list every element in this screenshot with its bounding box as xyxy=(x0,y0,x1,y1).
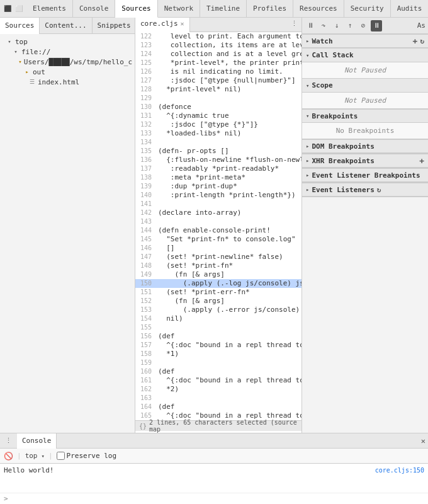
callstack-section-header[interactable]: ▾ Call Stack xyxy=(302,49,428,62)
pause-resume-button[interactable]: ⏸ xyxy=(305,20,316,32)
tree-item-out[interactable]: ▸ out xyxy=(0,67,135,77)
tree-item-users[interactable]: ▾ Users/█████/ws/tmp/hello_c xyxy=(0,57,135,67)
console-message-text: Hello world! xyxy=(4,466,375,474)
code-line: 133 *loaded-libs* nil) xyxy=(135,129,301,138)
watch-section: ▸ Watch + ↻ xyxy=(302,34,428,49)
breakpoints-section: ▾ Breakpoints No Breakpoints xyxy=(302,109,428,139)
event-listener-breakpoints-header[interactable]: ▸ Event Listener Breakpoints xyxy=(302,168,428,182)
line-content: (fn [& args] xyxy=(155,297,301,306)
event-listeners-refresh-icon[interactable]: ↻ xyxy=(377,186,381,194)
line-content: *print-level* nil) xyxy=(155,85,301,94)
console-tab[interactable]: Console xyxy=(17,433,57,449)
line-content: [] xyxy=(155,244,301,253)
line-number: 142 xyxy=(135,209,155,217)
tab-sources[interactable]: Sources xyxy=(115,0,157,18)
watch-add-icon[interactable]: + xyxy=(413,37,418,46)
console-toolbar: 🚫 | top ▾ | Preserve log xyxy=(0,449,428,464)
tab-security[interactable]: Security xyxy=(344,0,391,18)
code-line: 152 (fn [& args] xyxy=(135,297,301,306)
console-filter-chevron-icon[interactable]: ▾ xyxy=(42,453,45,459)
xhr-breakpoints-header[interactable]: ▸ XHR Breakpoints + xyxy=(302,154,428,168)
code-line: 143 xyxy=(135,217,301,226)
line-number: 149 xyxy=(135,270,155,279)
undock-icon[interactable]: ⬜ xyxy=(14,4,24,14)
code-line: 123 collection, its items are at level xyxy=(135,41,301,50)
console-close-icon[interactable]: ✕ xyxy=(421,437,425,445)
breakpoints-section-header[interactable]: ▾ Breakpoints xyxy=(302,109,428,123)
line-content: (def xyxy=(155,403,301,411)
code-line: 149 (fn [& args] xyxy=(135,270,301,279)
tab-network[interactable]: Network xyxy=(158,0,200,18)
line-number: 152 xyxy=(135,297,155,306)
line-number: 140 xyxy=(135,191,155,200)
tab-profiles[interactable]: Profiles xyxy=(247,0,293,18)
code-line: 158 *1) xyxy=(135,350,301,358)
pause-on-exceptions-button[interactable]: ⏸ xyxy=(371,20,382,32)
line-number: 147 xyxy=(135,253,155,261)
sidebar-tab-sources[interactable]: Sources xyxy=(0,18,40,34)
code-tab-core-cljs[interactable]: core.cljs ✕ xyxy=(135,18,190,32)
line-number: 151 xyxy=(135,288,155,297)
line-content: {:flush-on-newline *flush-on-newli xyxy=(155,156,301,164)
dom-breakpoints-header[interactable]: ▸ DOM Breakpoints xyxy=(302,139,428,153)
xhr-breakpoints-section: ▸ XHR Breakpoints + xyxy=(302,154,428,168)
code-tab-label: core.cljs xyxy=(140,20,178,28)
line-content: is nil indicating no limit. xyxy=(155,67,301,76)
right-panel: ⏸ ↷ ↓ ↑ ⊘ ⏸ As ▸ Watch + ↻ ▾ Call Stack … xyxy=(302,18,428,433)
line-content: (set! *print-fn* xyxy=(155,261,301,270)
watch-refresh-icon[interactable]: ↻ xyxy=(420,37,424,45)
line-content: ^{:doc "bound in a repl thread to xyxy=(155,341,301,350)
console-filter-dropdown[interactable]: top xyxy=(25,452,38,460)
console-source-link[interactable]: core.cljs:150 xyxy=(375,467,424,474)
console-drag-icon[interactable]: ⋮ xyxy=(3,437,14,445)
chevron-icon: ▾ xyxy=(306,113,309,119)
step-into-button[interactable]: ↓ xyxy=(331,20,342,32)
line-content: *print-level*, the printer prints xyxy=(155,59,301,67)
console-clear-icon[interactable]: 🚫 xyxy=(4,452,13,461)
line-number: 137 xyxy=(135,164,155,173)
debug-toolbar: ⏸ ↷ ↓ ↑ ⊘ ⏸ As xyxy=(302,18,428,34)
line-number: 158 xyxy=(135,350,155,358)
event-listeners-header[interactable]: ▸ Event Listeners ↻ xyxy=(302,183,428,197)
line-content: (set! *print-newline* false) xyxy=(155,253,301,261)
sidebar-tab-content[interactable]: Content... xyxy=(40,18,92,34)
code-line: 155 xyxy=(135,323,301,332)
sources-sidebar: Sources Content... Snippets ⋮ ▾ top ▾ fi… xyxy=(0,18,135,433)
line-number: 159 xyxy=(135,358,155,367)
callstack-status: Not Paused xyxy=(306,64,424,77)
watch-section-header[interactable]: ▸ Watch + ↻ xyxy=(302,34,428,48)
folder-icon: ▸ xyxy=(23,67,31,76)
dock-icon[interactable]: ⬛ xyxy=(3,4,13,14)
scope-section-header[interactable]: ▾ Scope xyxy=(302,79,428,93)
tree-item-top[interactable]: ▾ top xyxy=(0,37,135,47)
line-number: 141 xyxy=(135,200,155,209)
code-tabs-more-icon[interactable]: ⋮ xyxy=(287,18,301,30)
tab-audits[interactable]: Audits xyxy=(391,0,428,18)
tree-item-file[interactable]: ▾ file:// xyxy=(0,47,135,57)
event-listeners-section: ▸ Event Listeners ↻ xyxy=(302,183,428,197)
line-number: 132 xyxy=(135,120,155,129)
line-number: 153 xyxy=(135,306,155,314)
code-line: 138 :meta *print-meta* xyxy=(135,173,301,182)
step-out-button[interactable]: ↑ xyxy=(344,20,356,32)
console-preserve-log-checkbox[interactable] xyxy=(57,452,65,460)
tree-item-index-html[interactable]: ☰ index.html xyxy=(0,77,135,87)
xhr-add-icon[interactable]: + xyxy=(419,156,424,166)
tab-timeline[interactable]: Timeline xyxy=(200,0,247,18)
code-editor[interactable]: 113 indicating no limit."114 :jsdoc ["@t… xyxy=(135,32,301,420)
code-tab-close-icon[interactable]: ✕ xyxy=(181,20,184,27)
tab-elements[interactable]: Elements xyxy=(26,0,73,18)
step-over-button[interactable]: ↷ xyxy=(318,20,329,32)
chevron-icon: ▸ xyxy=(306,143,309,149)
line-number: 144 xyxy=(135,226,155,235)
event-listeners-label: Event Listeners xyxy=(312,186,374,194)
line-number: 123 xyxy=(135,41,155,50)
console-input[interactable] xyxy=(11,495,424,503)
tree-label-file: file:// xyxy=(21,48,50,56)
sidebar-tab-snippets[interactable]: Snippets xyxy=(93,18,135,34)
deactivate-breakpoints-button[interactable]: ⊘ xyxy=(358,20,369,32)
tab-console[interactable]: Console xyxy=(73,0,115,18)
console-preserve-log-label[interactable]: Preserve log xyxy=(57,452,116,460)
tab-resources[interactable]: Resources xyxy=(293,0,344,18)
chevron-icon: ▸ xyxy=(306,38,309,44)
